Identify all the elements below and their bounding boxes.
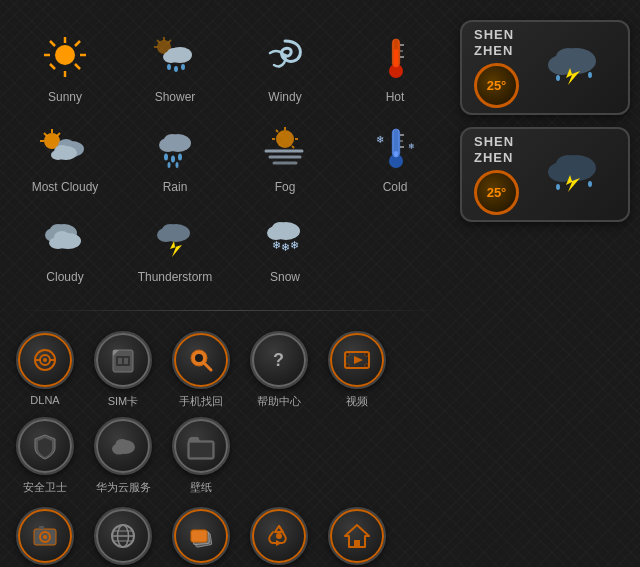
svg-point-43 bbox=[178, 153, 182, 160]
svg-point-125 bbox=[588, 72, 592, 78]
app-item-thumbnail[interactable]: 缩略图 bbox=[88, 507, 158, 567]
app-icon-desktop[interactable] bbox=[328, 507, 386, 565]
app-grid-row1: DLNA SIM卡 bbox=[10, 331, 450, 495]
weather-label-windy: Windy bbox=[268, 90, 301, 104]
svg-point-128 bbox=[556, 155, 580, 173]
weather-icon-thunderstorm bbox=[145, 211, 205, 266]
svg-point-37 bbox=[55, 145, 69, 155]
weather-item-thunderstorm: Thunderstorm bbox=[120, 200, 230, 290]
card-1-weather-visual bbox=[527, 33, 616, 103]
svg-point-109 bbox=[112, 525, 134, 547]
svg-rect-104 bbox=[190, 443, 212, 457]
app-label-security: 安全卫士 bbox=[23, 480, 67, 495]
app-item-widget[interactable]: Widget bbox=[10, 507, 80, 567]
svg-rect-119 bbox=[354, 540, 360, 547]
weather-icon-snow: ❄ ❄ ❄ bbox=[255, 211, 315, 266]
svg-rect-88 bbox=[118, 358, 122, 364]
weather-icon-most-cloudy bbox=[35, 121, 95, 176]
svg-marker-118 bbox=[345, 525, 369, 547]
weather-icon-hot bbox=[365, 31, 425, 86]
svg-rect-94 bbox=[345, 352, 369, 368]
svg-rect-89 bbox=[124, 358, 128, 364]
app-icon-sim[interactable] bbox=[94, 331, 152, 389]
app-item-trash[interactable]: 垃圾桶 bbox=[244, 507, 314, 567]
svg-rect-99 bbox=[365, 364, 368, 367]
app-icon-dlna[interactable] bbox=[16, 331, 74, 389]
app-item-cloud[interactable]: 华为云服务 bbox=[88, 417, 158, 495]
svg-point-69 bbox=[54, 231, 70, 243]
app-item-video[interactable]: 视频 bbox=[322, 331, 392, 409]
app-label-video: 视频 bbox=[346, 394, 368, 409]
app-icon-trash[interactable] bbox=[250, 507, 308, 565]
app-item-dlna[interactable]: DLNA bbox=[10, 331, 80, 409]
app-item-desktop[interactable]: 桌面 bbox=[322, 507, 392, 567]
divider bbox=[15, 310, 445, 311]
svg-rect-105 bbox=[34, 529, 56, 545]
svg-rect-114 bbox=[194, 533, 212, 548]
svg-rect-23 bbox=[394, 49, 398, 67]
weather-icon-sunny bbox=[35, 31, 95, 86]
svg-point-82 bbox=[43, 358, 47, 362]
svg-point-40 bbox=[164, 134, 180, 146]
app-icon-cloud[interactable] bbox=[94, 417, 152, 475]
svg-point-122 bbox=[556, 48, 580, 66]
svg-rect-103 bbox=[188, 441, 214, 459]
svg-marker-86 bbox=[113, 350, 119, 356]
svg-point-19 bbox=[181, 64, 185, 70]
app-item-transition[interactable]: 转场效果 bbox=[166, 507, 236, 567]
app-item-find[interactable]: 手机找回 bbox=[166, 331, 236, 409]
svg-line-13 bbox=[168, 40, 171, 43]
weather-card-2: SHEN ZHEN 25° bbox=[460, 127, 630, 222]
app-item-help[interactable]: ? 帮助中心 bbox=[244, 331, 314, 409]
app-icon-video[interactable] bbox=[328, 331, 386, 389]
app-icon-wallpaper[interactable] bbox=[172, 417, 230, 475]
card-1-temp: 25° bbox=[474, 63, 519, 108]
weather-label-fog: Fog bbox=[275, 180, 296, 194]
svg-line-5 bbox=[75, 64, 80, 69]
app-icon-transition[interactable] bbox=[172, 507, 230, 565]
svg-line-4 bbox=[50, 41, 55, 46]
app-icon-widget[interactable] bbox=[16, 507, 74, 565]
app-icon-thumbnail[interactable] bbox=[94, 507, 152, 565]
weather-item-rain: Rain bbox=[120, 110, 230, 200]
svg-point-106 bbox=[40, 532, 50, 542]
right-section: SHEN ZHEN 25° bbox=[450, 20, 630, 547]
card-2-temp: 25° bbox=[474, 170, 519, 215]
app-icon-security[interactable] bbox=[16, 417, 74, 475]
svg-point-45 bbox=[176, 162, 179, 168]
svg-point-110 bbox=[118, 525, 129, 547]
svg-point-42 bbox=[171, 155, 175, 162]
weather-icon-rain bbox=[145, 121, 205, 176]
weather-item-windy: Windy bbox=[230, 20, 340, 110]
svg-point-80 bbox=[35, 350, 55, 370]
app-label-help: 帮助中心 bbox=[257, 394, 301, 409]
svg-line-31 bbox=[57, 133, 60, 136]
svg-point-117 bbox=[276, 533, 282, 539]
svg-rect-97 bbox=[346, 364, 349, 367]
svg-line-50 bbox=[276, 130, 278, 132]
app-item-sim[interactable]: SIM卡 bbox=[88, 331, 158, 409]
app-icon-find[interactable] bbox=[172, 331, 230, 389]
main-container: Sunny bbox=[0, 0, 640, 567]
svg-point-91 bbox=[195, 354, 203, 362]
svg-rect-108 bbox=[39, 526, 44, 529]
app-label-wallpaper: 壁纸 bbox=[190, 480, 212, 495]
app-item-wallpaper[interactable]: 壁纸 bbox=[166, 417, 236, 495]
svg-rect-98 bbox=[365, 353, 368, 356]
app-icon-help[interactable]: ? bbox=[250, 331, 308, 389]
weather-icon-cold: ❄ ❄ bbox=[365, 121, 425, 176]
svg-line-7 bbox=[50, 64, 55, 69]
svg-line-12 bbox=[157, 40, 160, 43]
weather-item-cold: ❄ ❄ Cold bbox=[340, 110, 450, 200]
weather-item-cloudy: Cloudy bbox=[10, 200, 120, 290]
svg-rect-58 bbox=[394, 151, 398, 157]
weather-label-shower: Shower bbox=[155, 90, 196, 104]
weather-item-most-cloudy: Most Cloudy bbox=[10, 110, 120, 200]
app-item-security[interactable]: 安全卫士 bbox=[10, 417, 80, 495]
weather-label-thunderstorm: Thunderstorm bbox=[138, 270, 213, 284]
weather-label-most-cloudy: Most Cloudy bbox=[32, 180, 99, 194]
svg-text:❄: ❄ bbox=[281, 241, 290, 253]
svg-point-76 bbox=[272, 222, 288, 234]
svg-line-30 bbox=[44, 133, 47, 136]
svg-line-51 bbox=[292, 146, 294, 148]
